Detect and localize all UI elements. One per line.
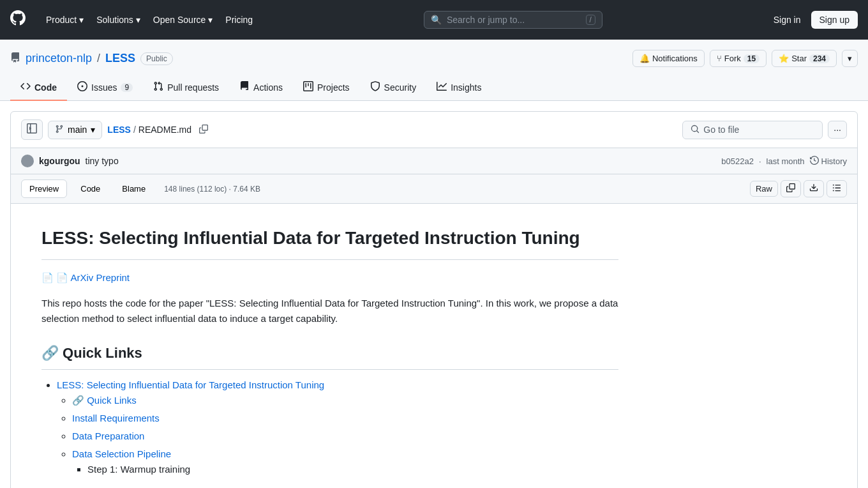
arxiv-preprint-link[interactable]: 📄 ArXiv Preprint (56, 272, 130, 283)
notifications-button[interactable]: 🔔 Notifications (632, 50, 705, 67)
outline-button[interactable] (827, 180, 847, 197)
nav-solutions[interactable]: Solutions ▾ (91, 11, 146, 29)
fork-icon: ⑂ (717, 54, 722, 63)
sign-up-button[interactable]: Sign up (811, 11, 858, 29)
copy-raw-button[interactable] (781, 180, 801, 197)
nav-open-source[interactable]: Open Source ▾ (148, 11, 218, 29)
avatar (21, 155, 34, 167)
search-area: 🔍 Search or jump to... / (268, 11, 758, 29)
branch-selector[interactable]: main ▾ (48, 121, 102, 139)
star-icon: ⭐ (779, 54, 789, 63)
readme-title: LESS: Selecting Influential Data for Tar… (41, 224, 618, 260)
repo-visibility-badge: Public (140, 52, 173, 65)
chevron-down-icon: ▾ (136, 15, 140, 25)
nav-pricing[interactable]: Pricing (220, 11, 258, 29)
sidebar-toggle-button[interactable] (21, 119, 43, 140)
security-icon (370, 81, 380, 93)
list-item: 🔗 Quick Links (72, 393, 618, 408)
download-icon (809, 185, 818, 194)
fork-button[interactable]: ⑂ Fork 15 (710, 50, 767, 67)
tab-code[interactable]: Code (10, 75, 67, 101)
commit-row: kgourgou tiny typo b0522a2 · last month … (11, 148, 857, 174)
list-item: Data Preparation (72, 429, 618, 444)
commit-right: b0522a2 · last month History (721, 156, 847, 167)
breadcrumb-separator: / (133, 125, 136, 135)
projects-icon (303, 81, 313, 93)
repo-owner-link[interactable]: princeton-nlp (26, 52, 92, 65)
tab-projects[interactable]: Projects (293, 75, 360, 101)
tab-pullrequests[interactable]: Pull requests (143, 75, 229, 101)
readme-description: This repo hosts the code for the paper "… (41, 296, 618, 326)
code-icon (20, 81, 31, 93)
branch-icon (55, 125, 64, 135)
commit-sha[interactable]: b0522a2 (721, 156, 754, 166)
breadcrumb-repo-link[interactable]: LESS (107, 125, 131, 135)
repo-actions: 🔔 Notifications ⑂ Fork 15 ⭐ Star 234 ▾ (632, 50, 858, 67)
tab-issues[interactable]: Issues 9 (67, 75, 143, 101)
header: Product ▾ Solutions ▾ Open Source ▾ Pric… (0, 0, 868, 40)
search-box[interactable]: 🔍 Search or jump to... / (424, 11, 602, 29)
ellipsis-icon: ··· (834, 125, 841, 135)
nav-product[interactable]: Product ▾ (41, 11, 89, 29)
quick-links-list: LESS: Selecting Influential Data for Tar… (41, 377, 618, 477)
preprint-link-line: 📄 📄 ArXiv Preprint (41, 270, 618, 286)
bell-icon: 🔔 (640, 54, 650, 63)
main-paper-link[interactable]: LESS: Selecting Influential Data for Tar… (57, 379, 324, 390)
tab-security[interactable]: Security (360, 75, 427, 101)
chevron-down-icon: ▾ (208, 15, 213, 25)
chevron-down-icon: ▾ (91, 125, 95, 135)
commit-message: tiny typo (86, 156, 119, 166)
search-placeholder: Search or jump to... (447, 15, 581, 25)
main-content-area: main ▾ LESS / README.md Go to file ··· (10, 111, 858, 488)
sub-list: 🔗 Quick Links Install Requirements Data … (57, 393, 618, 477)
raw-button[interactable]: Raw (750, 181, 778, 197)
file-toolbar: main ▾ LESS / README.md Go to file ··· (11, 112, 857, 148)
search-icon: 🔍 (431, 15, 442, 25)
breadcrumb-current-file: README.md (138, 125, 191, 135)
more-options-button[interactable]: ··· (828, 121, 847, 139)
repo-action-add-button[interactable]: ▾ (842, 50, 858, 67)
readme-content: LESS: Selecting Influential Data for Tar… (11, 204, 649, 488)
file-info: 148 lines (112 loc) · 7.64 KB (164, 185, 260, 194)
issues-icon (77, 81, 87, 93)
tab-insights[interactable]: Insights (426, 75, 491, 101)
main-nav: Product ▾ Solutions ▾ Open Source ▾ Pric… (41, 11, 258, 29)
pr-icon (153, 81, 163, 93)
file-tab-code[interactable]: Code (72, 179, 108, 198)
commit-author[interactable]: kgourgou (39, 156, 80, 166)
quick-links-sub-link[interactable]: 🔗 Quick Links (72, 395, 137, 406)
list-icon (832, 185, 841, 194)
copy-path-button[interactable] (197, 122, 211, 138)
file-tab-blame[interactable]: Blame (114, 179, 154, 198)
goto-file-button[interactable]: Go to file (682, 121, 823, 139)
repo-header: princeton-nlp / LESS Public 🔔 Notificati… (0, 40, 868, 101)
history-button[interactable]: History (810, 156, 847, 167)
commit-separator: · (759, 156, 761, 166)
history-icon (810, 156, 819, 167)
chevron-down-icon: ▾ (79, 15, 84, 25)
commit-time: last month (767, 156, 805, 166)
file-tab-preview[interactable]: Preview (21, 179, 67, 198)
header-actions: Sign in Sign up (768, 11, 858, 29)
file-view-header: Preview Code Blame 148 lines (112 loc) ·… (11, 174, 857, 204)
quick-links-heading: 🔗 Quick Links (41, 342, 618, 370)
tab-actions[interactable]: Actions (229, 75, 293, 101)
file-header-right: Raw (750, 180, 847, 197)
sign-in-button[interactable]: Sign in (768, 11, 806, 29)
data-preparation-link[interactable]: Data Preparation (72, 431, 144, 441)
actions-icon (239, 81, 250, 93)
repo-name-link[interactable]: LESS (105, 52, 135, 65)
repo-title-row: princeton-nlp / LESS Public 🔔 Notificati… (10, 50, 858, 67)
download-button[interactable] (804, 180, 824, 197)
list-item: Step 1: Warmup training (87, 462, 618, 477)
paper-emoji: 📄 (41, 272, 54, 283)
copy-icon (786, 185, 795, 194)
data-selection-pipeline-link[interactable]: Data Selection Pipeline (72, 448, 171, 459)
list-item: Data Selection Pipeline Step 1: Warmup t… (72, 446, 618, 477)
install-requirements-link[interactable]: Install Requirements (72, 413, 160, 423)
list-item: Install Requirements (72, 411, 618, 426)
star-button[interactable]: ⭐ Star 234 (772, 50, 837, 67)
repo-tabs: Code Issues 9 Pull requests Actions Pr (10, 75, 858, 100)
github-logo[interactable] (10, 10, 26, 29)
repo-icon (10, 52, 20, 65)
